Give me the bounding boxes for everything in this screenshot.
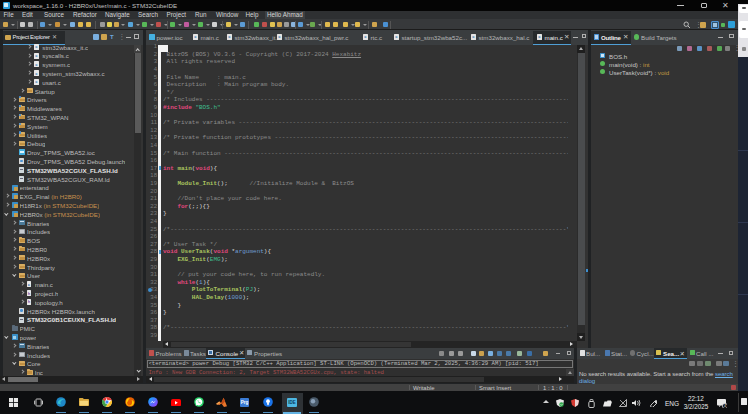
svg-text:4: 4 bbox=[724, 404, 726, 408]
